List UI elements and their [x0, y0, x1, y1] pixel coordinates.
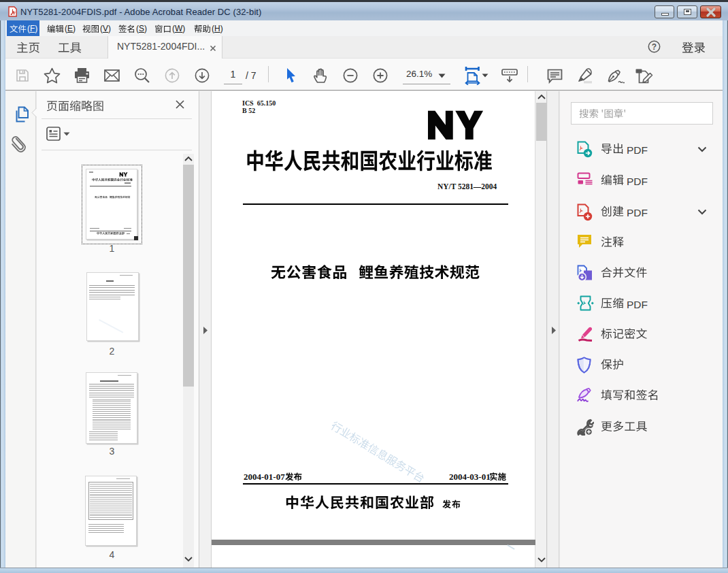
svg-text:?: ?: [652, 42, 657, 52]
